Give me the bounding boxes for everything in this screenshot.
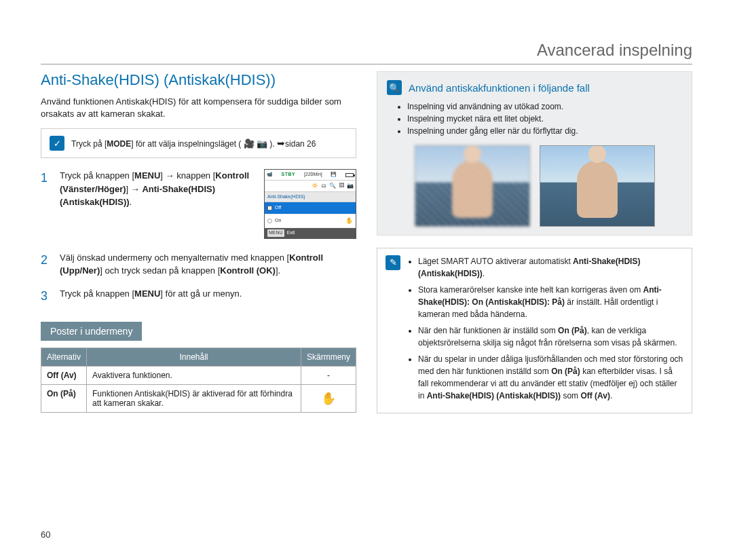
table-row: On (På) Funktionen Antiskak(HDIS) är akt… [41, 384, 356, 412]
cell-alt: Off (Av) [41, 366, 87, 384]
section-intro: Använd funktionen Antiskak(HDIS) för att… [41, 96, 356, 120]
video-icon: 🎥 [244, 138, 255, 149]
note-item: Stora kamerarörelser kanske inte helt ka… [418, 284, 683, 320]
lcd-icon: 🗂 [321, 182, 326, 190]
battery-icon [345, 173, 354, 177]
note-item: När den här funktionen är inställd som O… [418, 324, 683, 349]
mode-hint-text: Tryck på [MODE] för att välja inspelning… [71, 138, 316, 149]
note-icon: ✎ [386, 255, 400, 270]
page-header: Avancerad inspelning [41, 41, 692, 64]
lcd-footer: MENU Exit [265, 228, 356, 238]
lcd-time: [220Min] [304, 171, 322, 179]
lcd-icon: 📷 [347, 182, 354, 190]
lcd-screenshot: 📹 STBY [220Min] 💾 🔅 🗂 🔍 🖼 📷 [264, 169, 356, 239]
hand-icon: ✋ [345, 217, 353, 226]
cell-content: Avaktivera funktionen. [87, 366, 301, 384]
cell-content: Funktionen Antiskak(HDIS) är aktiverad f… [87, 384, 301, 412]
page-title: Avancerad inspelning [41, 41, 692, 60]
check-icon: ✓ [50, 136, 64, 151]
arrow-right-icon: → [166, 170, 174, 181]
section-title: Anti-Shake(HDIS) (Antiskak(HDIS)) [41, 71, 356, 89]
step-3: 3 Tryck på knappen [MENU] för att gå ur … [41, 287, 356, 305]
page-number: 60 [41, 529, 50, 540]
th-innehall: Innehåll [87, 348, 301, 366]
arrow-right-icon: → [131, 184, 140, 194]
left-column: Anti-Shake(HDIS) (Antiskak(HDIS)) Använd… [41, 71, 356, 413]
th-skarmmeny: Skärmmeny [301, 348, 356, 366]
mode-hint-box: ✓ Tryck på [MODE] för att välja inspelni… [41, 128, 356, 158]
use-cases-box: 🔍 Använd antiskakfunktionen i följande f… [377, 71, 692, 236]
right-column: 🔍 Använd antiskakfunktionen i följande f… [377, 71, 692, 413]
options-table: Alternativ Innehåll Skärmmeny Off (Av) A… [41, 348, 356, 413]
lcd-icon: 🖼 [339, 182, 344, 190]
sample-image-shaky [415, 145, 530, 227]
submenu-heading: Poster i undermeny [41, 322, 142, 341]
lcd-option-on: On ✋ [265, 214, 356, 229]
step-number: 1 [41, 169, 50, 242]
lcd-status: STBY [282, 171, 296, 179]
callout-item: Inspelning under gång eller när du förfl… [407, 125, 682, 137]
step-number: 3 [41, 287, 50, 305]
cell-screen: - [301, 366, 356, 384]
callout-title: Använd antiskakfunktionen i följande fal… [409, 82, 590, 94]
notes-box: ✎ Läget SMART AUTO aktiverar automatiskt… [377, 248, 692, 413]
lcd-option-off: Off [265, 202, 356, 214]
camera-icon: 📷 [257, 138, 267, 149]
step-number: 2 [41, 251, 50, 278]
step-2: 2 Välj önskad undermeny och menyalternat… [41, 251, 356, 278]
note-item: Läget SMART AUTO aktiverar automatiskt A… [418, 255, 683, 280]
magnifier-icon: 🔍 [387, 80, 402, 95]
callout-item: Inspelning vid användning av utökad zoom… [407, 100, 682, 113]
note-item: När du spelar in under dåliga ljusförhål… [418, 353, 683, 402]
sample-image-stable [540, 145, 655, 227]
page-ref-icon: ➥ [277, 138, 285, 149]
lcd-menu-title: Anti-Shake(HDIS) [265, 192, 356, 203]
steps-list: 1 📹 STBY [220Min] 💾 🔅 🗂 [41, 169, 356, 305]
step-1: 1 📹 STBY [220Min] 💾 🔅 🗂 [41, 169, 356, 242]
th-alternativ: Alternativ [41, 348, 87, 366]
lcd-icon: 🔍 [329, 182, 336, 190]
hand-icon: ✋ [321, 392, 336, 405]
cell-screen: ✋ [301, 384, 356, 412]
table-row: Off (Av) Avaktivera funktionen. - [41, 366, 356, 384]
cell-alt: On (På) [41, 384, 87, 412]
lcd-icon: 🔅 [312, 182, 318, 190]
callout-item: Inspelning mycket nära ett litet objekt. [407, 113, 682, 125]
